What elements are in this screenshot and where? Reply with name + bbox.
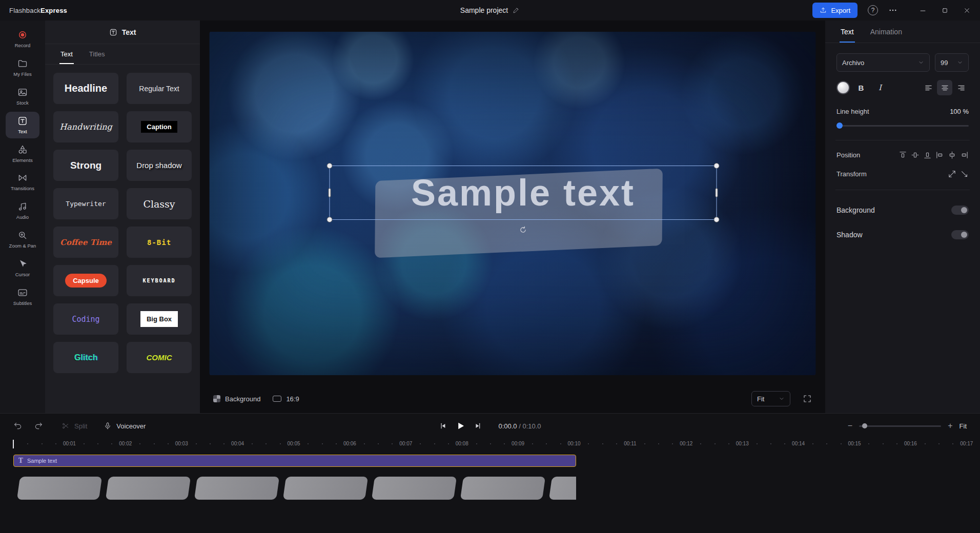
filmstrip-thumbnail[interactable] <box>549 477 576 500</box>
text-style-headline[interactable]: Headline <box>53 73 118 104</box>
sidebar-item-label: Transitions <box>11 186 34 192</box>
canvas-zoom-select[interactable]: Fit <box>751 391 790 406</box>
close-icon[interactable] <box>963 7 971 14</box>
export-button[interactable]: Export <box>812 3 858 18</box>
resize-handle-bottom-right[interactable] <box>714 217 720 222</box>
sidebar-item-transitions[interactable]: Transitions <box>6 169 39 195</box>
sidebar-item-cursor[interactable]: Cursor <box>6 255 39 281</box>
sidebar-item-stock[interactable]: Stock <box>6 83 39 110</box>
sidebar-item-my-files[interactable]: My Files <box>6 54 39 81</box>
text-style-coffee-time[interactable]: Coffee Time <box>53 227 118 258</box>
text-style-typewriter[interactable]: Typewriter <box>53 188 118 219</box>
text-style-regular[interactable]: Regular Text <box>127 73 192 104</box>
resize-handle-top-left[interactable] <box>327 163 333 169</box>
text-track-clip[interactable]: T Sample text <box>13 455 576 467</box>
minimize-icon[interactable] <box>919 7 927 14</box>
align-left-button[interactable] <box>921 80 936 95</box>
previous-frame-button[interactable] <box>439 422 447 430</box>
sidebar-item-text[interactable]: Text <box>6 112 39 138</box>
text-selection-box[interactable] <box>330 166 717 220</box>
time-ruler[interactable]: 00:0100:0200:0300:0400:0500:0600:0700:08… <box>0 439 980 449</box>
timeline-zoom-out-button[interactable]: − <box>848 421 852 430</box>
background-toggle[interactable] <box>951 206 969 215</box>
fullscreen-button[interactable] <box>803 394 812 403</box>
ruler-subtick-dot <box>925 443 926 444</box>
redo-button[interactable] <box>34 421 43 430</box>
text-style-classy[interactable]: Classy <box>127 188 192 219</box>
text-style-comic[interactable]: COMIC <box>127 342 192 373</box>
font-size-select[interactable]: 99 <box>935 53 969 72</box>
line-height-slider[interactable] <box>836 122 969 129</box>
filmstrip-thumbnail[interactable] <box>460 477 545 500</box>
expand-button[interactable] <box>948 170 956 178</box>
filmstrip-thumbnail[interactable] <box>17 477 102 500</box>
tab-text[interactable]: Text <box>59 44 74 64</box>
undo-button[interactable] <box>13 421 23 430</box>
edit-title-icon[interactable] <box>513 7 520 14</box>
help-button[interactable]: ? <box>868 5 878 15</box>
align-bottom-button[interactable] <box>923 151 932 159</box>
filmstrip-thumbnail[interactable] <box>283 477 368 500</box>
timeline-fit-button[interactable]: Fit <box>959 422 967 430</box>
next-frame-button[interactable] <box>474 422 482 430</box>
text-style-glitch[interactable]: Glitch <box>53 342 118 373</box>
playhead[interactable] <box>13 440 14 448</box>
transparency-icon <box>213 395 220 402</box>
aspect-ratio-button[interactable]: 16:9 <box>273 395 299 403</box>
text-style-big-box[interactable]: Big Box <box>127 303 192 335</box>
tab-inspector-text[interactable]: Text <box>840 20 855 43</box>
resize-handle-right[interactable] <box>716 188 718 197</box>
text-style-8bit[interactable]: 8-Bit <box>127 227 192 258</box>
sidebar-item-zoom-pan[interactable]: Zoom & Pan <box>6 226 39 253</box>
text-style-capsule[interactable]: Capsule <box>53 265 118 296</box>
ruler-subtick-dot <box>196 443 197 444</box>
tab-inspector-animation[interactable]: Animation <box>869 20 903 43</box>
align-center-button[interactable] <box>937 80 952 95</box>
italic-button[interactable]: I <box>872 80 888 95</box>
text-style-strong[interactable]: Strong <box>53 150 118 181</box>
play-button[interactable] <box>455 421 465 431</box>
align-left-edge-button[interactable] <box>935 151 944 159</box>
align-top-button[interactable] <box>899 151 907 159</box>
more-options-icon[interactable] <box>888 6 897 15</box>
sidebar-item-subtitles[interactable]: Subtitles <box>6 283 39 310</box>
scale-button[interactable] <box>960 170 969 178</box>
zoom-slider-knob[interactable] <box>862 423 867 428</box>
sidebar-item-elements[interactable]: Elements <box>6 140 39 167</box>
project-title: Sample project <box>460 6 508 14</box>
text-color-swatch[interactable] <box>836 81 850 94</box>
filmstrip-thumbnail[interactable] <box>106 477 191 500</box>
sidebar-item-audio[interactable]: Audio <box>6 197 39 224</box>
split-button[interactable]: Split <box>62 422 87 430</box>
resize-handle-bottom-left[interactable] <box>327 217 333 222</box>
tab-titles[interactable]: Titles <box>88 44 106 64</box>
voiceover-button[interactable]: Voiceover <box>104 422 146 430</box>
filmstrip[interactable] <box>13 475 576 502</box>
filmstrip-thumbnail[interactable] <box>372 477 457 500</box>
previous-frame-icon <box>439 422 447 430</box>
maximize-icon[interactable] <box>941 7 949 14</box>
sidebar-item-record[interactable]: Record <box>6 26 39 52</box>
text-style-caption[interactable]: Caption <box>127 111 192 142</box>
resize-handle-left[interactable] <box>329 188 331 197</box>
slider-knob[interactable] <box>836 122 843 129</box>
text-track-icon: T <box>18 457 23 464</box>
video-preview[interactable]: Sample text <box>210 32 816 375</box>
center-vertical-button[interactable] <box>911 151 920 159</box>
center-horizontal-button[interactable] <box>948 151 956 159</box>
text-style-handwriting[interactable]: Handwriting <box>53 111 118 142</box>
text-style-coding[interactable]: Coding <box>53 303 118 335</box>
shadow-toggle[interactable] <box>951 230 969 239</box>
filmstrip-thumbnail[interactable] <box>194 477 279 500</box>
rotate-handle[interactable] <box>519 225 527 236</box>
font-family-select[interactable]: Archivo <box>836 53 930 72</box>
timeline-zoom-in-button[interactable]: + <box>948 421 952 430</box>
background-layer-button[interactable]: Background <box>213 395 260 403</box>
text-style-drop-shadow[interactable]: Drop shadow <box>127 150 192 181</box>
timeline-zoom-slider[interactable] <box>859 423 941 429</box>
align-right-edge-button[interactable] <box>960 151 969 159</box>
text-style-keyboard[interactable]: Keyboard <box>127 265 192 296</box>
align-right-button[interactable] <box>953 80 969 95</box>
bold-button[interactable]: B <box>853 80 869 95</box>
resize-handle-top-right[interactable] <box>714 163 720 169</box>
